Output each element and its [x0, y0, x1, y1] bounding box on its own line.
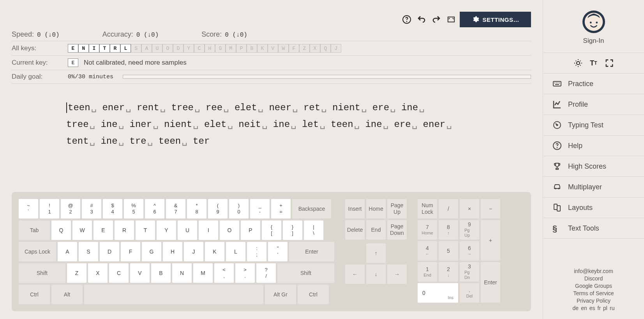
key-chip-F[interactable]: F: [289, 44, 299, 53]
nav-typing-test[interactable]: Typing Test: [543, 115, 644, 136]
svg-rect-2: [448, 17, 455, 22]
key-chip-B[interactable]: B: [247, 44, 257, 53]
key-chip-T[interactable]: T: [99, 44, 110, 53]
key-chip-U[interactable]: U: [152, 44, 162, 53]
svg-point-7: [577, 62, 580, 65]
nav-label: Text Tools: [568, 224, 599, 233]
theme-icon[interactable]: [573, 58, 583, 68]
footer-link[interactable]: Privacy Policy: [577, 298, 610, 304]
lang-fr[interactable]: fr: [598, 305, 601, 311]
settings-button[interactable]: SETTINGS…: [460, 12, 531, 27]
fullscreen-icon[interactable]: [446, 14, 457, 25]
nav-help[interactable]: Help: [543, 136, 644, 156]
key-chip-H[interactable]: H: [205, 44, 215, 53]
nav-profile[interactable]: Profile: [543, 94, 644, 115]
svg-rect-21: [557, 206, 560, 211]
expand-icon[interactable]: [605, 58, 614, 68]
nav-multiplayer[interactable]: Multiplayer: [543, 177, 644, 197]
key: D: [100, 242, 119, 261]
typing-area[interactable]: teen␣ ener␣ rent␣ tree␣ ree␣ elet␣ neer␣…: [66, 99, 456, 150]
lang-en[interactable]: en: [581, 305, 587, 311]
key-chip-E[interactable]: E: [68, 44, 78, 53]
lang-pl[interactable]: pl: [603, 305, 607, 311]
key-chip-V[interactable]: V: [268, 44, 278, 53]
key: 3Pg Dn: [460, 262, 479, 282]
key: Shift: [277, 263, 334, 283]
key: A: [58, 242, 77, 261]
key-chip-O[interactable]: O: [162, 44, 173, 53]
key: Alt Gr: [265, 285, 296, 304]
text-size-icon[interactable]: TT: [589, 58, 598, 68]
footer-link[interactable]: Google Groups: [575, 283, 612, 289]
key-chip-M[interactable]: M: [226, 44, 236, 53]
key: <,: [214, 263, 234, 283]
settings-label: SETTINGS…: [482, 16, 519, 23]
undo-icon[interactable]: [416, 14, 427, 25]
lang-ru[interactable]: ru: [610, 305, 614, 311]
key: >.: [235, 263, 255, 283]
redo-icon[interactable]: [431, 14, 442, 25]
key: |\: [304, 220, 323, 240]
key-chip-L[interactable]: L: [120, 44, 131, 53]
key: W: [72, 220, 92, 240]
key: Caps Lock: [19, 242, 56, 261]
lang-es[interactable]: es: [589, 305, 595, 311]
key-chip-X[interactable]: X: [310, 44, 320, 53]
svg-rect-11: [558, 83, 558, 83]
svg-rect-12: [559, 83, 560, 83]
stats-row: Speed: 0 (↓0) Accuracy: 0 (↓0) Score: 0 …: [12, 30, 531, 41]
key-chip-G[interactable]: G: [215, 44, 226, 53]
footer-link[interactable]: Discord: [584, 275, 603, 282]
key: PageUp: [387, 199, 407, 219]
key: Enter: [289, 242, 334, 261]
nav-layouts[interactable]: Layouts: [543, 197, 644, 218]
key: :;: [247, 242, 266, 261]
lang-de[interactable]: de: [573, 305, 579, 311]
daily-goal-value: 0%/30 minutes: [68, 74, 113, 80]
footer-link[interactable]: info@keybr.com: [574, 268, 613, 274]
key: 8↑: [439, 220, 458, 240]
key-chip-P[interactable]: P: [236, 44, 247, 53]
key-chip-W[interactable]: W: [278, 44, 289, 53]
all-keys-chips: ENITRLSAUODYCHGMPBKVWFZXQJ: [68, 44, 341, 53]
key-chip-D[interactable]: D: [173, 44, 183, 53]
car-icon: [552, 182, 562, 192]
footer-link[interactable]: Terms of Service: [573, 290, 614, 296]
current-key-box: E: [68, 58, 78, 67]
key-chip-A[interactable]: A: [141, 44, 152, 53]
nav-label: Practice: [568, 80, 593, 88]
key: Backspace: [292, 199, 331, 219]
nav-text-tools[interactable]: §Text Tools: [543, 218, 644, 239]
key-chip-N[interactable]: N: [78, 44, 89, 53]
nav-practice[interactable]: Practice: [543, 74, 644, 94]
key: @2: [61, 199, 80, 219]
sign-in-button[interactable]: Sign-In: [543, 10, 644, 45]
svg-rect-8: [553, 81, 561, 86]
key: *8: [187, 199, 206, 219]
svg-point-15: [557, 125, 558, 126]
key: ^6: [145, 199, 164, 219]
key: 7Home: [418, 220, 437, 240]
key: →: [387, 264, 407, 284]
key-chip-J[interactable]: J: [331, 44, 341, 53]
key: 1End: [418, 262, 437, 282]
key-chip-S[interactable]: S: [131, 44, 141, 53]
key-chip-Z[interactable]: Z: [299, 44, 310, 53]
help-icon[interactable]: [401, 14, 412, 25]
key-chip-C[interactable]: C: [194, 44, 205, 53]
key: Q: [51, 220, 71, 240]
nav-label: Profile: [568, 100, 588, 109]
key: E: [94, 220, 113, 240]
key-chip-I[interactable]: I: [89, 44, 99, 53]
key: [84, 285, 263, 304]
calibration-text: Not calibrated, need more samples: [84, 59, 187, 67]
nav-high-scores[interactable]: High Scores: [543, 156, 644, 177]
sign-in-label: Sign-In: [583, 37, 604, 45]
svg-rect-20: [554, 204, 557, 210]
accuracy-label: Accuracy:: [102, 30, 133, 39]
key-chip-Y[interactable]: Y: [183, 44, 194, 53]
key-chip-Q[interactable]: Q: [320, 44, 331, 53]
key-chip-K[interactable]: K: [257, 44, 268, 53]
key-chip-R[interactable]: R: [110, 44, 120, 53]
key: (9: [208, 199, 228, 219]
